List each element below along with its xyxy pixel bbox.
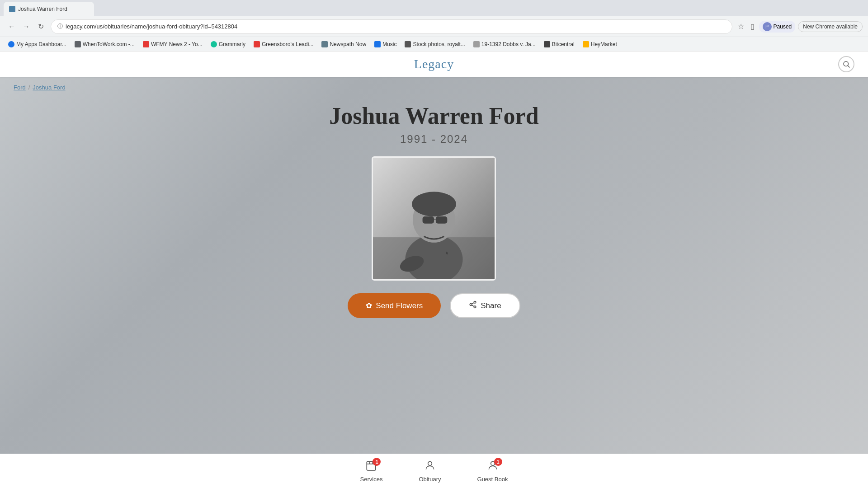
- bookmark-icon-stock: [405, 41, 411, 47]
- split-screen-button[interactable]: ▯: [749, 20, 756, 33]
- profile-button[interactable]: P Paused: [759, 21, 796, 33]
- bookmark-label: Newspath Now: [330, 41, 366, 47]
- bookmark-icon-greensboro: [254, 41, 260, 47]
- url-bar[interactable]: ⓘ legacy.com/us/obituaries/name/joshua-f…: [51, 19, 732, 34]
- bookmark-icon-my-apps: [8, 41, 14, 47]
- address-bar: ← → ↻ ⓘ legacy.com/us/obituaries/name/jo…: [0, 16, 868, 37]
- browser-frame: Joshua Warren Ford ← → ↻ ⓘ legacy.com/us…: [0, 0, 868, 488]
- share-button[interactable]: Share: [450, 293, 520, 318]
- svg-point-14: [470, 304, 472, 306]
- nav-item-obituary[interactable]: Obituary: [401, 454, 459, 488]
- profile-name: Paused: [774, 23, 792, 30]
- nav-item-services[interactable]: 1 Services: [342, 454, 401, 488]
- bookmark-icon-music: [374, 41, 381, 47]
- flowers-label: Send Flowers: [376, 301, 423, 310]
- person-photo: ♦: [372, 156, 496, 281]
- bookmark-greensboro[interactable]: Greensboro's Leadi...: [250, 40, 317, 49]
- nav-item-guestbook[interactable]: 1 Guest Book: [459, 454, 526, 488]
- bookmark-icon-grammarly: [211, 41, 217, 47]
- services-badge: 1: [373, 458, 381, 466]
- nav-buttons: ← → ↻: [5, 20, 47, 33]
- bookmark-icon-wfmy: [143, 41, 149, 47]
- new-chrome-button[interactable]: New Chrome available: [798, 21, 863, 32]
- flowers-icon: ✿: [366, 301, 372, 310]
- services-label: Services: [360, 476, 383, 483]
- svg-point-22: [428, 461, 432, 465]
- svg-rect-8: [423, 216, 434, 224]
- svg-line-1: [848, 66, 849, 67]
- bookmark-bitcentral[interactable]: Bitcentral: [540, 40, 578, 49]
- bookmark-stock[interactable]: Stock photos, royalt...: [401, 40, 468, 49]
- address-right-controls: ☆ ▯ P Paused New Chrome available: [736, 20, 863, 33]
- bookmark-label: 19-1392 Dobbs v. Ja...: [481, 41, 536, 47]
- bookmark-dobbs[interactable]: 19-1392 Dobbs v. Ja...: [470, 40, 539, 49]
- obituary-icon: [424, 460, 436, 474]
- bookmark-grammarly[interactable]: Grammarly: [207, 40, 249, 49]
- search-button[interactable]: [838, 56, 854, 72]
- bookmark-icon-dobbs: [473, 41, 480, 47]
- bookmark-icon-bitcentral: [544, 41, 550, 47]
- bookmark-whentowork[interactable]: WhenToWork.com -...: [71, 40, 138, 49]
- share-icon: [469, 300, 477, 311]
- breadcrumb-parent[interactable]: Ford: [14, 84, 26, 91]
- bookmark-newspath[interactable]: Newspath Now: [318, 40, 370, 49]
- back-button[interactable]: ←: [5, 20, 18, 33]
- guestbook-icon: 1: [487, 460, 499, 474]
- bookmark-label: Music: [382, 41, 396, 47]
- bottom-nav: 1 Services Obituary: [0, 454, 868, 488]
- tab-favicon: [9, 6, 15, 12]
- bookmark-label: My Apps Dashboar...: [16, 41, 66, 47]
- bookmark-label: HeyMarket: [591, 41, 617, 47]
- profile-avatar: P: [763, 22, 772, 31]
- share-label: Share: [481, 301, 501, 310]
- obituary-label: Obituary: [419, 476, 441, 483]
- svg-point-7: [412, 192, 457, 216]
- bookmark-music[interactable]: Music: [371, 40, 400, 49]
- legacy-header: Legacy: [0, 52, 868, 77]
- svg-rect-9: [436, 216, 447, 224]
- bookmark-wfmy[interactable]: WFMY News 2 - Yo...: [139, 40, 206, 49]
- guestbook-badge: 1: [494, 458, 502, 466]
- bookmark-icon-newspath: [321, 41, 328, 47]
- services-icon: 1: [365, 460, 377, 474]
- bookmark-label: WhenToWork.com -...: [83, 41, 135, 47]
- secure-icon: ⓘ: [57, 23, 63, 30]
- bookmark-heymarket[interactable]: HeyMarket: [579, 40, 621, 49]
- svg-line-16: [472, 305, 474, 306]
- url-text: legacy.com/us/obituaries/name/joshua-for…: [66, 23, 237, 30]
- main-content: Legacy Ford / Joshua Ford Joshua Warren …: [0, 52, 868, 488]
- person-photo-inner: ♦: [373, 158, 495, 279]
- bookmark-button[interactable]: ☆: [736, 20, 746, 33]
- reload-button[interactable]: ↻: [34, 20, 47, 33]
- action-buttons: ✿ Send Flowers: [348, 293, 520, 318]
- legacy-site: Legacy Ford / Joshua Ford Joshua Warren …: [0, 52, 868, 488]
- bookmark-label: Greensboro's Leadi...: [262, 41, 313, 47]
- breadcrumb-current[interactable]: Joshua Ford: [33, 84, 65, 91]
- breadcrumb: Ford / Joshua Ford: [0, 77, 868, 98]
- svg-line-17: [472, 303, 474, 304]
- person-years: 1991 - 2024: [400, 133, 468, 145]
- tab-bar: Joshua Warren Ford: [0, 0, 868, 16]
- bookmark-label: Stock photos, royalt...: [413, 41, 465, 47]
- forward-button[interactable]: →: [20, 20, 33, 33]
- person-section: Joshua Warren Ford 1991 - 2024: [320, 98, 547, 323]
- person-name: Joshua Warren Ford: [329, 103, 538, 129]
- guestbook-label: Guest Book: [477, 476, 508, 483]
- bookmark-icon-whentowork: [75, 41, 81, 47]
- svg-point-15: [474, 306, 476, 308]
- svg-point-0: [844, 61, 849, 66]
- bookmark-label: Grammarly: [219, 41, 245, 47]
- bookmark-label: WFMY News 2 - Yo...: [151, 41, 203, 47]
- bookmark-icon-heymarket: [583, 41, 589, 47]
- breadcrumb-separator: /: [28, 84, 30, 91]
- active-tab[interactable]: Joshua Warren Ford: [4, 2, 94, 16]
- bookmark-label: Bitcentral: [552, 41, 575, 47]
- bookmark-my-apps[interactable]: My Apps Dashboar...: [5, 40, 70, 49]
- send-flowers-button[interactable]: ✿ Send Flowers: [348, 293, 441, 318]
- legacy-logo: Legacy: [414, 57, 454, 71]
- tab-title: Joshua Warren Ford: [18, 6, 67, 12]
- bookmarks-bar: My Apps Dashboar... WhenToWork.com -... …: [0, 37, 868, 52]
- svg-point-13: [474, 301, 476, 304]
